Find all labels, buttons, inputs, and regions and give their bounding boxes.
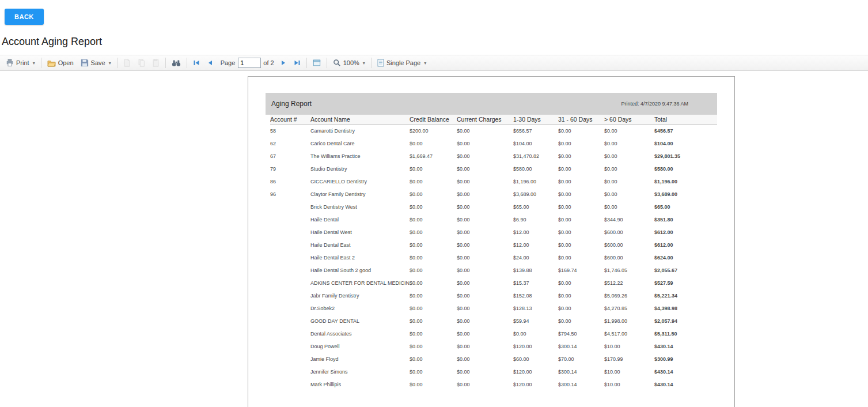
column-header: 31 - 60 Days	[558, 115, 604, 125]
table-row: Haile Dental West$0.00$0.00$12.00$0.00$6…	[270, 226, 717, 239]
table-cell: $10.00	[604, 378, 654, 391]
toolbar-separator	[187, 58, 187, 68]
next-page-button[interactable]	[276, 58, 290, 68]
zoom-control[interactable]: 100% ▾	[329, 57, 369, 69]
single-page-layout-icon	[377, 59, 384, 67]
table-cell: $0.00	[410, 239, 457, 251]
table-cell: $0.00	[457, 226, 513, 239]
table-cell: $0.00	[457, 264, 513, 277]
table-cell: $10.00	[604, 340, 654, 353]
parameters-panel-icon	[313, 59, 321, 67]
page-number-input[interactable]	[238, 58, 261, 68]
table-cell: $0.00	[558, 213, 604, 226]
report-viewer-area[interactable]: Aging Report Printed: 4/7/2020 9:47:36 A…	[0, 71, 868, 407]
search-binoculars-icon	[172, 59, 181, 67]
back-button[interactable]: BACK	[5, 9, 44, 25]
copy-document-icon	[138, 59, 145, 67]
table-cell: $70.00	[558, 353, 604, 365]
table-cell: $152.08	[513, 289, 558, 302]
page-layout-value: Single Page	[386, 59, 420, 66]
table-cell: $15.37	[513, 277, 558, 289]
toolbar-separator	[117, 58, 117, 68]
table-cell: $0.00	[410, 163, 457, 175]
table-cell: $0.00	[558, 239, 604, 251]
app-window: BACK Account Aging Report Print ▾ Open S…	[0, 0, 868, 407]
table-cell: $0.00	[410, 327, 457, 340]
table-row: Jamie Floyd$0.00$0.00$60.00$70.00$170.99…	[270, 353, 717, 365]
table-cell: $3,689.00	[654, 188, 717, 201]
first-page-icon	[193, 59, 200, 66]
table-cell: $0.00	[604, 163, 654, 175]
page-layout-control[interactable]: Single Page ▾	[374, 57, 430, 69]
report-title: Aging Report	[271, 94, 312, 108]
table-cell: Jennifer Simons	[310, 365, 410, 378]
table-cell: $344.90	[604, 213, 654, 226]
table-cell: $0.00	[558, 302, 604, 315]
last-page-button[interactable]	[290, 58, 304, 68]
table-cell: $29,801.35	[654, 150, 717, 163]
search-button[interactable]	[168, 58, 184, 69]
export-document-button[interactable]	[120, 57, 134, 69]
open-button[interactable]: Open	[44, 58, 77, 69]
parameters-panel-button[interactable]	[309, 57, 324, 69]
report-header-band: Aging Report Printed: 4/7/2020 9:47:36 A…	[266, 93, 717, 115]
table-cell: 86	[270, 175, 310, 188]
report-content: Aging Report Printed: 4/7/2020 9:47:36 A…	[248, 77, 734, 391]
open-folder-icon	[47, 59, 56, 67]
table-cell: $0.00	[457, 365, 513, 378]
table-cell: $0.00	[604, 188, 654, 201]
table-row: GOOD DAY DENTAL$0.00$0.00$59.94$0.00$1,9…	[270, 315, 717, 327]
paste-document-button[interactable]	[149, 57, 163, 69]
table-cell: $0.00	[558, 125, 604, 137]
zoom-magnifier-icon	[333, 59, 341, 67]
table-cell: $170.99	[604, 353, 654, 365]
column-header: Total	[654, 115, 717, 125]
first-page-button[interactable]	[189, 58, 203, 68]
print-button[interactable]: Print ▾	[2, 57, 39, 69]
column-header: Account Name	[310, 115, 410, 125]
table-cell: Haile Dental East	[310, 239, 410, 251]
table-cell	[270, 340, 310, 353]
table-cell: $0.00	[410, 213, 457, 226]
table-cell	[270, 365, 310, 378]
table-cell: Haile Dental	[310, 213, 410, 226]
table-cell: $2,055.67	[654, 264, 717, 277]
print-label: Print	[16, 59, 29, 66]
table-cell: $120.00	[513, 365, 558, 378]
page-of-label: of 2	[263, 59, 274, 66]
chevron-down-icon: ▾	[33, 61, 35, 66]
table-cell: $0.00	[410, 365, 457, 378]
table-cell: Camarotti Dentistry	[310, 125, 410, 137]
table-cell: $0.00	[457, 315, 513, 327]
table-cell: $527.59	[654, 277, 717, 289]
table-cell	[270, 264, 310, 277]
table-cell: ADKINS CENTER FOR DENTAL MEDICINE	[310, 277, 410, 289]
table-cell: $0.00	[457, 251, 513, 264]
table-cell: $0.00	[457, 188, 513, 201]
table-cell: $0.00	[604, 201, 654, 213]
column-header: Credit Balance	[410, 115, 457, 125]
zoom-value: 100%	[343, 59, 359, 66]
table-cell	[270, 315, 310, 327]
save-button[interactable]: Save ▾	[77, 57, 115, 69]
table-cell: Haile Dental South 2 good	[310, 264, 410, 277]
copy-document-button[interactable]	[134, 57, 149, 69]
table-cell: $0.00	[410, 137, 457, 150]
table-cell: $0.00	[457, 150, 513, 163]
table-cell: $1,196.00	[654, 175, 717, 188]
table-cell: $0.00	[457, 289, 513, 302]
table-cell: $612.00	[654, 226, 717, 239]
table-cell: $4,270.85	[604, 302, 654, 315]
table-cell: $1,196.00	[513, 175, 558, 188]
table-row: Dental Associates$0.00$0.00$0.00$794.50$…	[270, 327, 717, 340]
table-cell: $351.80	[654, 213, 717, 226]
table-cell: $104.00	[513, 137, 558, 150]
previous-page-button[interactable]	[203, 58, 217, 68]
table-cell: $0.00	[457, 239, 513, 251]
previous-page-icon	[207, 59, 214, 66]
table-cell: $0.00	[558, 188, 604, 201]
page-title: Account Aging Report	[2, 36, 868, 48]
table-cell: $139.88	[513, 264, 558, 277]
table-cell: $0.00	[558, 289, 604, 302]
open-label: Open	[58, 59, 74, 66]
